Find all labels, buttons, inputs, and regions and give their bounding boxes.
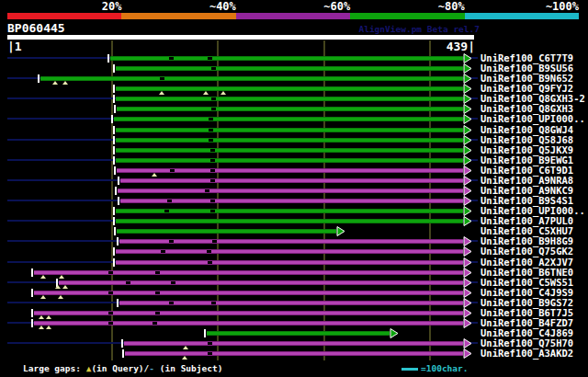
subject-label[interactable]: UniRef100_UPI000.. [481, 114, 585, 124]
query-gap-triangle-icon [159, 91, 164, 95]
query-sequence-bar [7, 35, 474, 40]
subject-gap-mark [169, 57, 174, 60]
subject-gap-mark [169, 240, 174, 243]
subject-gap-mark [209, 129, 213, 131]
subject-gap-mark [126, 281, 130, 284]
alignment-arrow-icon [463, 216, 472, 227]
alignment-start-tick [204, 329, 206, 337]
alignment-bar[interactable] [116, 128, 463, 132]
alignment-bar[interactable] [59, 280, 463, 285]
subject-gap-mark [210, 200, 215, 202]
alignment-bar[interactable] [34, 311, 463, 315]
alignment-arrow-icon [463, 348, 472, 360]
alignment-start-tick [113, 95, 115, 103]
alignment-start-tick [31, 289, 33, 297]
query-gap-triangle-icon [152, 173, 157, 177]
alignment-start-tick [113, 146, 115, 154]
alignment-bar[interactable] [124, 341, 463, 346]
query-gap-triangle-icon [203, 91, 209, 95]
alignment-start-tick [31, 309, 33, 317]
subject-gap-mark [155, 271, 160, 274]
alignment-bar[interactable] [125, 351, 463, 356]
legend-subject-text: (in Subject) [154, 363, 222, 373]
subject-gap-mark [161, 250, 165, 253]
alignment-bar[interactable] [34, 270, 463, 275]
alignment-start-tick [111, 115, 113, 123]
alignment-bar[interactable] [116, 86, 463, 91]
alignment-bar[interactable] [114, 117, 463, 121]
alignment-start-tick [113, 247, 115, 256]
alignment-start-tick [31, 319, 33, 327]
subject-gap-mark [210, 210, 215, 212]
alignment-start-tick [107, 54, 109, 63]
query-gap-triangle-icon [182, 356, 187, 360]
alignment-bar[interactable] [117, 168, 463, 173]
alignment-start-tick [38, 74, 40, 83]
alignment-bar[interactable] [116, 148, 463, 153]
alignment-start-tick [113, 258, 115, 267]
subject-gap-mark [169, 302, 174, 304]
subject-gap-mark [211, 67, 216, 70]
alignment-bar[interactable] [117, 229, 336, 234]
subject-label[interactable]: UniRef100_Q75GK2 [481, 246, 573, 257]
alignment-start-tick [113, 126, 115, 134]
alignment-start-tick [113, 217, 115, 225]
alignment-bar[interactable] [40, 76, 463, 81]
alignment-bar[interactable] [116, 219, 463, 223]
alignment-start-tick [114, 166, 116, 175]
alignment-bar[interactable] [116, 97, 463, 101]
alignment-start-tick [114, 105, 116, 113]
subject-gap-mark [171, 281, 175, 284]
alignment-bar[interactable] [207, 331, 390, 336]
subject-gap-mark [212, 240, 217, 243]
subject-gap-mark [211, 108, 216, 110]
subject-gap-mark [170, 169, 175, 172]
query-gap-triangle-icon [58, 295, 63, 299]
subject-gap-mark [155, 312, 160, 314]
query-gap-triangle-icon [59, 275, 64, 279]
query-gap-triangle-icon [55, 285, 61, 289]
query-gap-triangle-icon [183, 346, 188, 349]
alignment-arrow-icon [390, 328, 399, 339]
identity-scale-label: ~100% [546, 1, 579, 12]
subject-label[interactable]: UniRef100_A3AKD2 [481, 348, 573, 359]
alignment-start-tick [117, 237, 119, 246]
subject-gap-mark [207, 250, 211, 253]
identity-scale-label: ~80% [438, 1, 465, 12]
ruler-start-label: |1 [7, 40, 22, 52]
alignment-bar[interactable] [116, 66, 463, 71]
alignment-bar[interactable] [34, 291, 463, 295]
alignment-arrow-icon [463, 246, 472, 257]
subject-gap-mark [208, 342, 212, 345]
legend-query-text: (in Query)/ [91, 363, 149, 373]
subject-gap-mark [164, 210, 169, 212]
subject-gap-mark [108, 312, 113, 314]
alignment-bar[interactable] [117, 107, 463, 111]
alignment-bar[interactable] [116, 249, 463, 254]
alignment-bar[interactable] [116, 158, 463, 163]
alignment-bar[interactable] [110, 56, 463, 61]
subject-gap-mark [209, 139, 213, 142]
subject-gap-mark [108, 322, 113, 325]
alignment-start-tick [113, 156, 115, 165]
subject-gap-mark [155, 291, 160, 294]
alignview-screen: 20%~40%~60%~80%~100% BP060445 AlignView.… [0, 0, 588, 377]
alignment-bar[interactable] [34, 321, 463, 326]
alignment-bar[interactable] [116, 138, 463, 143]
alignment-start-tick [118, 197, 119, 205]
alignment-start-tick [121, 339, 123, 348]
alignment-bar[interactable] [118, 188, 463, 193]
alignment-start-tick [117, 299, 119, 307]
alignment-bar[interactable] [116, 260, 463, 265]
subject-gap-mark [208, 57, 212, 60]
query-gap-triangle-icon [39, 315, 44, 319]
subject-gap-mark [209, 118, 213, 120]
ruler-end-label: 439| [447, 40, 475, 52]
identity-scale-segment [465, 13, 579, 19]
identity-scale-label: ~60% [323, 1, 350, 12]
alignment-bar[interactable] [120, 178, 463, 183]
alignment-start-tick [118, 177, 119, 185]
query-gap-triangle-icon [46, 326, 51, 329]
subject-gap-mark [210, 149, 215, 152]
query-gap-triangle-icon [62, 81, 68, 85]
